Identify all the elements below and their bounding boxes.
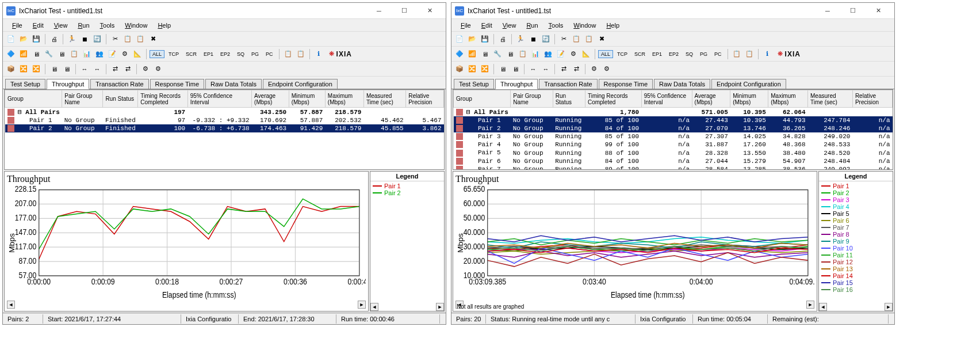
toolbar-icon[interactable]: 🖥 bbox=[61, 63, 72, 75]
toolbar-icon[interactable]: 🖥 bbox=[497, 63, 508, 75]
toolbar-icon[interactable]: 🔄 bbox=[91, 33, 103, 45]
tab-throughput[interactable]: Throughput bbox=[495, 79, 538, 89]
scroll-right-icon[interactable]: ► bbox=[885, 303, 893, 311]
legend-item[interactable]: Pair 16 bbox=[821, 286, 890, 293]
tab-test-setup[interactable]: Test Setup bbox=[5, 79, 45, 89]
column-header[interactable]: Maximum (Mbps) bbox=[768, 90, 808, 108]
legend-item[interactable]: Pair 5 bbox=[821, 210, 890, 217]
toolbar-icon[interactable]: ⚙ bbox=[601, 63, 612, 75]
scroll-left-icon[interactable]: ◄ bbox=[7, 301, 15, 309]
toolbar-icon[interactable]: ⚙ bbox=[568, 48, 579, 60]
toolbar-icon[interactable]: ⏹ bbox=[79, 33, 90, 45]
column-header[interactable]: Maximum (Mbps) bbox=[325, 90, 363, 108]
toolbar-icon[interactable]: 🔧 bbox=[43, 48, 55, 60]
toolbar-icon[interactable]: 🖥 bbox=[504, 48, 516, 60]
toolbar-icon[interactable]: 📶 bbox=[466, 48, 478, 60]
toolbar-icon[interactable]: ✖ bbox=[147, 33, 159, 45]
toolbar-icon[interactable]: 📄 bbox=[454, 33, 465, 45]
tab-transaction-rate[interactable]: Transaction Rate bbox=[539, 79, 597, 89]
column-header[interactable]: Run Status bbox=[553, 90, 585, 108]
all-pairs-row[interactable]: ⊟ All Pairs197343.25057.887218.579 bbox=[5, 108, 444, 117]
toolbar-icon[interactable]: 🔀 bbox=[30, 63, 42, 75]
column-header[interactable]: Minimum (Mbps) bbox=[730, 90, 768, 108]
all-pairs-row[interactable]: ⊟ All Pairs1,780571.00510.39562.064 bbox=[454, 108, 893, 117]
column-header[interactable]: Group bbox=[5, 90, 62, 108]
scroll-left-icon[interactable]: ◄ bbox=[819, 303, 827, 311]
mode-all[interactable]: ALL bbox=[598, 50, 613, 58]
menu-run[interactable]: Run bbox=[73, 21, 94, 30]
toolbar-icon[interactable]: 📦 bbox=[454, 63, 465, 75]
toolbar-icon[interactable]: ⇄ bbox=[571, 63, 582, 75]
toolbar-icon[interactable]: ↔ bbox=[91, 63, 103, 75]
toolbar-icon[interactable]: 📂 bbox=[466, 33, 478, 45]
column-header[interactable]: Measured Time (sec) bbox=[363, 90, 405, 108]
legend-item[interactable]: Pair 14 bbox=[821, 272, 890, 279]
close-button[interactable]: ✕ bbox=[866, 3, 891, 19]
toolbar-icon[interactable]: 📋 bbox=[135, 33, 146, 45]
mode-tcp[interactable]: TCP bbox=[166, 50, 182, 58]
toolbar-icon[interactable]: 📋 bbox=[295, 48, 307, 60]
legend-item[interactable]: Pair 15 bbox=[821, 279, 890, 286]
toolbar-icon[interactable]: 📊 bbox=[81, 48, 93, 60]
toolbar-icon[interactable]: ⚙ bbox=[152, 63, 164, 75]
toolbar-icon[interactable]: 👥 bbox=[542, 48, 554, 60]
legend-item[interactable]: Pair 12 bbox=[821, 259, 890, 265]
column-header[interactable]: Relative Precision bbox=[406, 90, 444, 108]
mode-pc[interactable]: PC bbox=[711, 50, 725, 58]
table-row[interactable]: Pair 2No GroupRunning84 of 100n/a27.0701… bbox=[454, 124, 893, 132]
scroll-right-icon[interactable]: ► bbox=[436, 303, 444, 311]
tab-endpoint-configuration[interactable]: Endpoint Configuration bbox=[263, 79, 338, 89]
toolbar-icon[interactable]: 📋 bbox=[68, 48, 80, 60]
column-header[interactable]: Group bbox=[454, 90, 511, 108]
legend-item[interactable]: Pair 3 bbox=[821, 196, 890, 203]
table-row[interactable]: Pair 4No GroupRunning99 of 100n/a31.8871… bbox=[454, 140, 893, 149]
legend-item[interactable]: Pair 2 bbox=[821, 189, 890, 196]
toolbar-icon[interactable]: 📂 bbox=[18, 33, 29, 45]
toolbar-icon[interactable]: 📐 bbox=[580, 48, 592, 60]
menu-edit[interactable]: Edit bbox=[28, 21, 48, 30]
toolbar-icon[interactable]: ⇄ bbox=[558, 63, 569, 75]
toolbar-icon[interactable]: 📋 bbox=[583, 33, 595, 45]
toolbar-icon[interactable]: 🖥 bbox=[479, 48, 491, 60]
toolbar-icon[interactable]: 📋 bbox=[282, 48, 294, 60]
toolbar-icon[interactable]: ↔ bbox=[527, 63, 539, 75]
maximize-button[interactable]: ☐ bbox=[840, 3, 866, 19]
toolbar-icon[interactable]: 🔀 bbox=[18, 63, 29, 75]
column-header[interactable]: Minimum (Mbps) bbox=[289, 90, 325, 108]
column-header[interactable]: Average (Mbps) bbox=[252, 90, 289, 108]
toolbar-icon[interactable]: 💾 bbox=[479, 33, 491, 45]
table-row[interactable]: Pair 7No GroupRunning89 of 100n/a28.5841… bbox=[454, 165, 893, 170]
toolbar-icon[interactable]: 👥 bbox=[94, 48, 105, 60]
tab-test-setup[interactable]: Test Setup bbox=[454, 79, 494, 89]
toolbar-icon[interactable]: 📝 bbox=[106, 48, 118, 60]
toolbar-icon[interactable]: ⚙ bbox=[119, 48, 131, 60]
tab-response-time[interactable]: Response Time bbox=[599, 79, 653, 89]
toolbar-icon[interactable]: ⇄ bbox=[122, 63, 133, 75]
scroll-right-icon[interactable]: ► bbox=[358, 301, 366, 309]
table-row[interactable]: Pair 6No GroupRunning84 of 100n/a27.0441… bbox=[454, 157, 893, 165]
info-icon[interactable]: ℹ bbox=[313, 48, 324, 60]
toolbar-icon[interactable]: 📋 bbox=[571, 33, 582, 45]
results-table[interactable]: GroupPair Group NameRun StatusTiming Rec… bbox=[453, 89, 893, 170]
menu-help[interactable]: Help bbox=[602, 21, 624, 30]
menu-file[interactable]: File bbox=[7, 21, 27, 30]
tab-response-time[interactable]: Response Time bbox=[150, 79, 204, 89]
column-header[interactable]: Timing Records Completed bbox=[138, 90, 187, 108]
column-header[interactable]: Run Status bbox=[103, 90, 138, 108]
toolbar-icon[interactable]: ⚙ bbox=[140, 63, 151, 75]
column-header[interactable]: Pair Group Name bbox=[511, 90, 553, 108]
close-button[interactable]: ✕ bbox=[417, 3, 442, 19]
toolbar-icon[interactable]: 🖨 bbox=[48, 33, 60, 45]
mode-pc[interactable]: PC bbox=[263, 50, 276, 58]
info-icon[interactable]: ℹ bbox=[761, 48, 773, 60]
column-header[interactable]: Relative Precision bbox=[852, 90, 892, 108]
minimize-button[interactable]: ─ bbox=[815, 3, 840, 19]
mode-ep1[interactable]: EP1 bbox=[201, 50, 216, 58]
toolbar-icon[interactable]: 📐 bbox=[132, 48, 143, 60]
toolbar-icon[interactable]: ✖ bbox=[596, 33, 607, 45]
menu-window[interactable]: Window bbox=[569, 21, 600, 30]
mode-sq[interactable]: SQ bbox=[683, 50, 696, 58]
toolbar-icon[interactable]: 🔷 bbox=[5, 48, 17, 60]
toolbar-icon[interactable]: ↔ bbox=[79, 63, 90, 75]
column-header[interactable]: Average (Mbps) bbox=[692, 90, 730, 108]
